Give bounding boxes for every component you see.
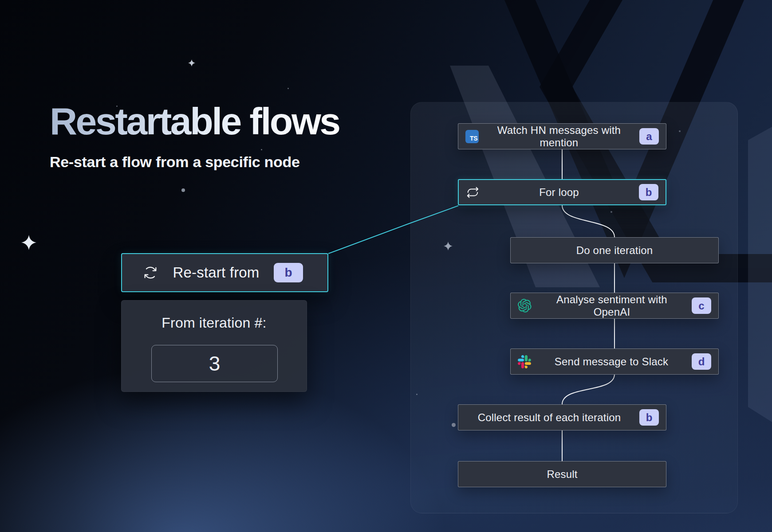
flow-node-label: Do one iteration [518, 244, 711, 257]
iteration-label: From iteration #: [122, 315, 307, 331]
flow-node-label: Collect result of each iteration [465, 411, 633, 424]
flow-node-send-slack[interactable]: Send message to Slack d [510, 348, 719, 375]
flow-node-label: Analyse sentiment with OpenAI [538, 293, 685, 318]
decor-dot [288, 88, 289, 89]
flow-node-collect-result[interactable]: Collect result of each iteration b [458, 404, 666, 430]
page-subtitle: Re-start a flow from a specific node [50, 153, 339, 171]
node-badge: d [692, 353, 711, 370]
flow-node-label: For loop [485, 186, 633, 199]
decor-dot [181, 188, 185, 192]
flow-node-do-one-iteration[interactable]: Do one iteration [510, 237, 719, 263]
flow-node-label: Watch HN messages with mention [485, 124, 633, 149]
flow-node-result[interactable]: Result [458, 461, 666, 487]
flow-node-label: Result [465, 468, 659, 481]
canvas: Restartable flows Re-start a flow from a… [0, 0, 772, 532]
restart-from-button[interactable]: Re-start from b [121, 253, 328, 292]
restart-from-label: Re-start from [166, 264, 266, 281]
page-title: Restartable flows [50, 101, 339, 141]
iteration-input[interactable] [151, 345, 278, 382]
flow-node-label: Send message to Slack [537, 356, 685, 368]
refresh-icon [142, 265, 158, 281]
repeat-icon [466, 186, 479, 199]
sparkle-star-icon [21, 235, 36, 250]
flow-node-for-loop[interactable]: For loop b [458, 179, 666, 205]
iteration-form: From iteration #: [121, 300, 307, 392]
sparkle-star-icon [188, 59, 195, 66]
flow-node-watch-hn[interactable]: TS Watch HN messages with mention a [458, 123, 666, 149]
slack-icon [518, 355, 531, 368]
flow-node-analyse-sentiment[interactable]: Analyse sentiment with OpenAI c [510, 293, 719, 319]
hero-section: Restartable flows Re-start a flow from a… [50, 101, 339, 171]
node-badge: b [639, 409, 659, 426]
restart-badge: b [274, 263, 303, 282]
node-badge: a [639, 128, 659, 145]
openai-icon [518, 299, 532, 313]
typescript-icon-label: TS [470, 135, 477, 141]
node-badge: b [639, 184, 658, 200]
node-badge: c [692, 297, 711, 314]
typescript-icon: TS [465, 130, 479, 143]
